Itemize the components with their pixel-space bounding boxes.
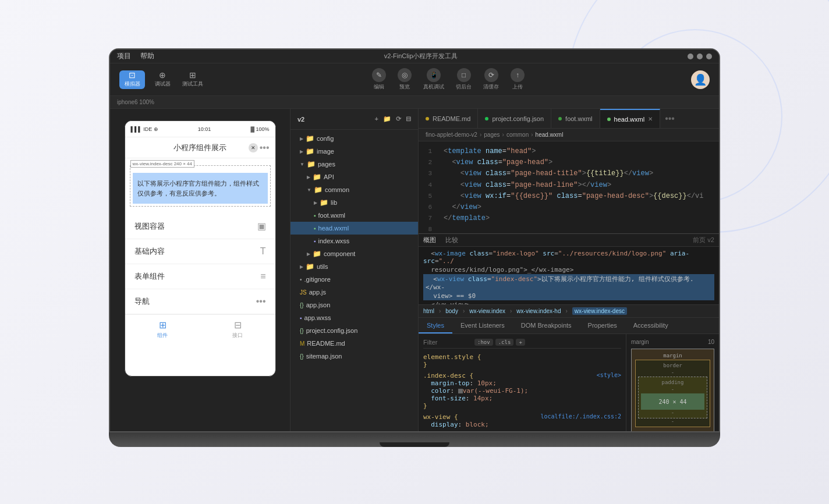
file-refresh-icon[interactable]: ⟳ — [396, 115, 401, 123]
simulate-label: 模拟器 — [125, 80, 140, 88]
tree-item-common[interactable]: ▼ 📁 common — [290, 183, 418, 196]
elem-wx-view-desc[interactable]: wx-view.index-desc — [572, 307, 627, 315]
elem-html[interactable]: html — [423, 308, 434, 314]
filter-badge-hov[interactable]: :hov — [474, 339, 493, 346]
menu-help[interactable]: 帮助 — [140, 51, 154, 61]
tab-head-wxml[interactable]: head.wxml ✕ — [600, 109, 661, 128]
user-avatar[interactable]: 👤 — [691, 70, 710, 89]
elem-wx-view-index[interactable]: wx-view.index — [469, 308, 505, 314]
tree-item-project-config[interactable]: {} project.config.json — [290, 324, 418, 337]
window-close[interactable] — [706, 54, 712, 59]
line-num-6: 6 — [419, 202, 439, 213]
devtools-tab-styles[interactable]: Styles — [419, 318, 452, 333]
toolbar-btn-simulate[interactable]: ⊡ 模拟器 — [119, 70, 145, 89]
devtools-source-view[interactable]: <wx-image class="index-logo" src="../res… — [419, 247, 719, 305]
devtools-tab-properties[interactable]: Properties — [580, 318, 625, 333]
phone-title-close[interactable]: ✕ — [249, 143, 258, 152]
tab-more[interactable]: ••• — [660, 113, 679, 124]
file-wxml-icon: ▪ — [314, 212, 316, 219]
tree-item-config[interactable]: ▶ 📁 config — [290, 132, 418, 145]
style-prop-display: display: block; — [423, 421, 621, 428]
tree-item-app-json[interactable]: {} app.json — [290, 299, 418, 311]
toolbar-action-clear-cache[interactable]: ⟳ 清缓存 — [483, 68, 499, 91]
breadcrumb-sep-2: › — [502, 132, 504, 138]
style-prop-font-size: font-size: 14px; — [423, 395, 621, 402]
phone-menu-icon-3: ••• — [256, 296, 266, 307]
devtools-tab-event-listeners[interactable]: Event Listeners — [452, 318, 513, 333]
toolbar-btn-debug[interactable]: ⊕ 调试器 — [150, 70, 175, 89]
window-maximize[interactable] — [697, 54, 703, 59]
src-line-desc: <wx-view class="index-desc">以下将展示小程序官方组件… — [423, 274, 714, 292]
file-new-icon[interactable]: + — [375, 115, 378, 123]
file-collapse-icon[interactable]: ⊟ — [406, 115, 411, 123]
element-tag-label: wx-view.index-desc 240 × 44 — [130, 160, 195, 168]
menu-project[interactable]: 项目 — [117, 51, 131, 61]
toolbar-action-background[interactable]: □ 切后台 — [456, 68, 472, 91]
tree-item-readme[interactable]: M README.md — [290, 337, 418, 350]
tab-readme[interactable]: README.md — [419, 109, 478, 128]
phone-title-dots[interactable]: ••• — [260, 143, 270, 153]
style-rule-element-selector: element.style { — [423, 353, 621, 361]
code-line-8: 8 — [419, 224, 719, 233]
tree-item-pages[interactable]: ▼ 📁 pages — [290, 158, 418, 171]
tab-project-config[interactable]: project.config.json — [478, 109, 551, 128]
tree-item-app-wxss[interactable]: ▪ app.wxss — [290, 311, 418, 324]
file-folder-icon[interactable]: 📁 — [383, 115, 391, 123]
source-content: <wx-image class="index-logo" src="../res… — [419, 247, 719, 305]
arrow-component: ▶ — [307, 251, 310, 257]
tree-item-sitemap[interactable]: {} sitemap.json — [290, 350, 418, 363]
box-model-label: margin — [631, 339, 649, 345]
file-tree-body: ▶ 📁 config ▶ 📁 image ▼ 📁 — [290, 130, 418, 431]
devtools-element-bar: html › body › wx-view.index › wx-view.in… — [419, 305, 719, 318]
elem-wx-view-hd[interactable]: wx-view.index-hd — [516, 308, 561, 314]
tab-label-foot-wxml: foot.wxml — [565, 115, 592, 122]
tree-item-image[interactable]: ▶ 📁 image — [290, 145, 418, 158]
line-num-4: 4 — [419, 180, 439, 191]
line-num-3: 3 — [419, 168, 439, 179]
file-wxml-head-icon: ▪ — [314, 225, 316, 232]
tab-foot-wxml[interactable]: foot.wxml — [551, 109, 600, 128]
window-title: v2-FinClip小程序开发工具 — [164, 52, 678, 61]
tree-item-app-js[interactable]: JS app.js — [290, 286, 418, 299]
tree-item-index-wxss[interactable]: ▪ index.wxss — [290, 235, 418, 247]
line-content-1: <template name="head"> — [439, 146, 719, 157]
phone-menu-nav[interactable]: 导航 ••• — [125, 289, 275, 314]
toolbar-action-edit[interactable]: ✎ 编辑 — [372, 68, 386, 91]
tree-item-gitignore[interactable]: • .gitignore — [290, 273, 418, 286]
toolbar-action-upload[interactable]: ↑ 上传 — [511, 68, 525, 91]
phone-nav-components[interactable]: ⊞ 组件 — [125, 315, 200, 343]
filter-badge-cls[interactable]: .cls — [495, 339, 514, 346]
filter-input[interactable] — [423, 339, 470, 346]
phone-menu-form[interactable]: 表单组件 ≡ — [125, 264, 275, 289]
breadcrumb-root: fino-applet-demo-v2 — [426, 132, 477, 138]
toolbar-btn-test[interactable]: ⊞ 测试工具 — [180, 70, 206, 89]
window-minimize[interactable] — [688, 54, 693, 59]
line-num-5: 5 — [419, 191, 439, 202]
code-editor[interactable]: 1 <template name="head"> 2 <view class="… — [419, 141, 719, 233]
tab-close-head-wxml[interactable]: ✕ — [648, 116, 653, 122]
phone-menu-basic-content[interactable]: 基础内容 T — [125, 239, 275, 264]
tree-item-utils[interactable]: ▶ 📁 utils — [290, 260, 418, 273]
toolbar-action-preview[interactable]: ◎ 预览 — [398, 68, 412, 91]
tree-item-head-wxml[interactable]: ▪ head.wxml — [290, 222, 418, 235]
style-rule-element-close: } — [423, 361, 621, 368]
tree-item-lib[interactable]: ▶ 📁 lib — [290, 196, 418, 209]
phone-nav-interface[interactable]: ⊟ 接口 — [200, 315, 275, 343]
folder-config-icon: 📁 — [306, 134, 314, 143]
tree-item-component[interactable]: ▶ 📁 component — [290, 247, 418, 260]
main-content: ▌▌▌ IDE ⊕ 10:01 ▓ 100% 小程序组件展示 ✕ ••• — [110, 109, 719, 431]
file-wxss-icon: ▪ — [314, 238, 316, 244]
tree-item-foot-wxml[interactable]: ▪ foot.wxml — [290, 209, 418, 222]
elem-body[interactable]: body — [445, 308, 458, 314]
toolbar-action-device-debug[interactable]: 📱 真机调试 — [423, 68, 444, 91]
folder-utils-icon: 📁 — [306, 262, 314, 271]
devtools-tab-accessibility[interactable]: Accessibility — [625, 318, 676, 333]
toolbar-center: ✎ 编辑 ◎ 预览 📱 真机调试 □ 切后台 — [210, 68, 686, 91]
filter-badge-plus[interactable]: + — [516, 339, 525, 346]
tree-item-api[interactable]: ▶ 📁 API — [290, 171, 418, 183]
line-content-5: <view wx:if="{{desc}}" class="page-head-… — [439, 191, 719, 202]
phone-menu-view-container[interactable]: 视图容器 ▣ — [125, 214, 275, 239]
box-border-bottom-val: - — [638, 418, 707, 424]
phone-menu-label-3: 导航 — [134, 296, 150, 307]
devtools-tab-dom-breakpoints[interactable]: DOM Breakpoints — [513, 318, 580, 333]
